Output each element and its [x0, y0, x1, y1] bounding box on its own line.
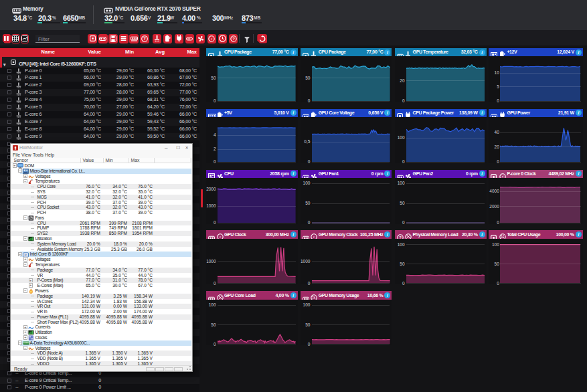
svg-text:?: ? [232, 37, 235, 41]
svg-text:in: in [25, 252, 27, 256]
svg-text:?: ? [143, 36, 146, 41]
